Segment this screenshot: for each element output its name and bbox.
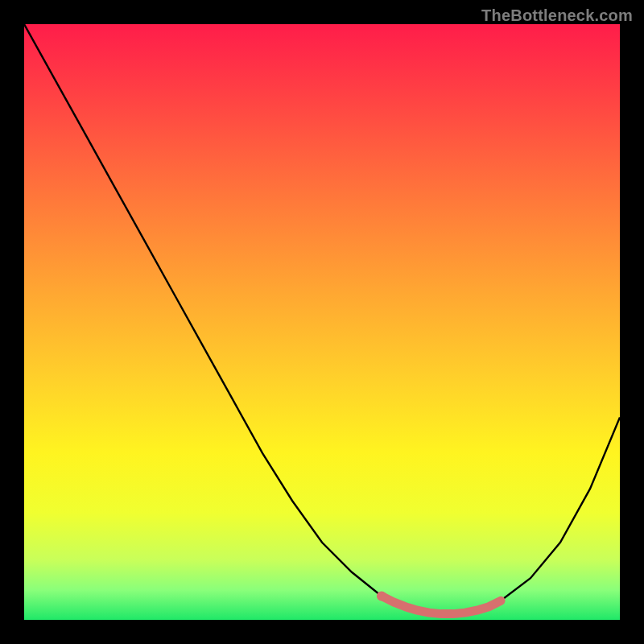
gradient-background	[24, 24, 620, 620]
watermark-text: TheBottleneck.com	[481, 6, 633, 25]
plot-area	[24, 24, 620, 620]
chart-frame: TheBottleneck.com	[0, 0, 644, 644]
highlight-start-dot	[377, 591, 386, 601]
bottleneck-curve-chart	[24, 24, 620, 620]
